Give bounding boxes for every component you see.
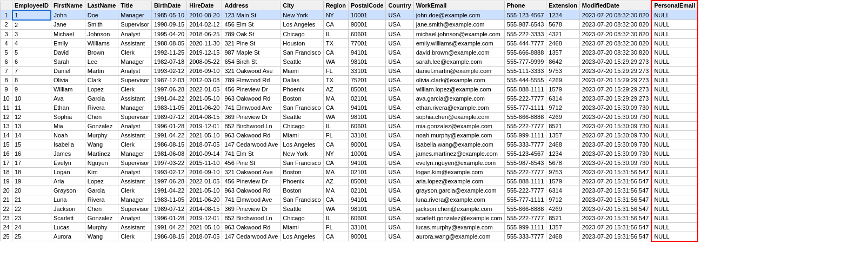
cell-HireDate: 2010-09-14 <box>187 149 222 158</box>
cell-Address: 456 Pineview Dr <box>222 84 281 94</box>
cell-PostalCode: 94101 <box>348 195 386 204</box>
cell-LastName: Garcia <box>85 94 118 103</box>
cell-BirthDate: 1987-12-03 <box>151 75 186 84</box>
row-number: 25 <box>1 232 12 241</box>
cell-City: Boston <box>281 186 323 195</box>
cell-EmployeeID: 6 <box>12 57 51 66</box>
cell-Address: 789 Elmwood Rd <box>222 75 281 84</box>
cell-WorkEmail: jackson.chen@example.com <box>413 204 504 213</box>
row-number: 1 <box>1 10 12 20</box>
cell-Country: USA <box>386 121 413 130</box>
row-number: 24 <box>1 222 12 232</box>
cell-PostalCode: 98101 <box>348 204 386 213</box>
cell-Extension: 5678 <box>546 158 580 167</box>
cell-Extension: 1357 <box>546 130 580 140</box>
cell-Country: USA <box>386 232 413 241</box>
cell-Region: WA <box>323 204 348 213</box>
cell-HireDate: 2018-06-25 <box>187 29 222 38</box>
cell-PostalCode: 85001 <box>348 176 386 186</box>
cell-HireDate: 2022-01-05 <box>187 84 222 94</box>
cell-Country: USA <box>386 140 413 149</box>
cell-ModifiedDate: 2023-07-20 08:32:30.820 <box>579 20 651 30</box>
cell-Extension: 9753 <box>546 167 580 176</box>
cell-WorkEmail: isabella.wang@example.com <box>413 140 504 149</box>
cell-WorkEmail: daniel.martin@example.com <box>413 66 504 75</box>
cell-ModifiedDate: 2023-07-20 15:29:29.273 <box>579 66 651 75</box>
cell-FirstName: Ava <box>51 94 85 103</box>
cell-Address: 456 Elm St <box>222 20 281 30</box>
cell-Extension: 1234 <box>546 149 580 158</box>
row-number: 4 <box>1 38 12 48</box>
cell-BirthDate: 1988-08-05 <box>151 38 186 48</box>
cell-Extension: 6314 <box>546 94 580 103</box>
col-header-EmployeeID: EmployeeID <box>12 1 51 10</box>
cell-HireDate: 2018-07-05 <box>187 140 222 149</box>
row-number: 15 <box>1 140 12 149</box>
cell-PersonalEmail: NULL <box>651 75 698 84</box>
cell-LastName: Murphy <box>85 222 118 232</box>
cell-Extension: 2468 <box>546 140 580 149</box>
cell-PersonalEmail: NULL <box>651 57 698 66</box>
cell-Region: MA <box>323 186 348 195</box>
cell-BirthDate: 1997-03-22 <box>151 158 186 167</box>
cell-Country: USA <box>386 176 413 186</box>
cell-Phone: 555-987-6543 <box>504 20 546 30</box>
cell-FirstName: Ethan <box>51 103 85 112</box>
cell-Region: NY <box>323 10 348 20</box>
cell-Address: 963 Oakwood Rd <box>222 186 281 195</box>
row-number: 13 <box>1 121 12 130</box>
cell-BirthDate: 1993-02-12 <box>151 66 186 75</box>
cell-Title: Assistant <box>118 38 152 48</box>
cell-PostalCode: 60601 <box>348 213 386 222</box>
cell-Title: Clerk <box>118 140 152 149</box>
cell-BirthDate: 1997-06-28 <box>151 84 186 94</box>
table-row: 1616JamesMartinezManager1981-06-082010-0… <box>1 149 698 158</box>
table-row: 77DanielMartinAnalyst1993-02-122016-09-1… <box>1 66 698 75</box>
cell-ModifiedDate: 2023-07-20 15:31:56.547 <box>579 204 651 213</box>
cell-FirstName: Mia <box>51 121 85 130</box>
cell-City: Phoenix <box>281 176 323 186</box>
cell-City: Chicago <box>281 29 323 38</box>
cell-WorkEmail: james.martinez@example.com <box>413 149 504 158</box>
cell-City: San Francisco <box>281 195 323 204</box>
cell-Phone: 555-777-9999 <box>504 57 546 66</box>
cell-FirstName: Daniel <box>51 66 85 75</box>
table-row: 1010AvaGarciaAssistant1991-04-222021-05-… <box>1 94 698 103</box>
cell-LastName: Rivera <box>85 103 118 112</box>
cell-LastName: Nguyen <box>85 158 118 167</box>
cell-Phone: 555-777-1111 <box>504 195 546 204</box>
cell-FirstName: James <box>51 149 85 158</box>
cell-PersonalEmail: NULL <box>651 48 698 57</box>
cell-Phone: 555-888-1111 <box>504 84 546 94</box>
cell-PostalCode: 98101 <box>348 112 386 121</box>
cell-Region: IL <box>323 29 348 38</box>
cell-HireDate: 2015-11-10 <box>187 158 222 167</box>
cell-PersonalEmail: NULL <box>651 94 698 103</box>
cell-Address: 852 Birchwood Ln <box>222 121 281 130</box>
col-header-Region: Region <box>323 1 348 10</box>
cell-WorkEmail: ava.garcia@example.com <box>413 94 504 103</box>
cell-Country: USA <box>386 195 413 204</box>
cell-Extension: 4269 <box>546 75 580 84</box>
cell-PostalCode: 94101 <box>348 158 386 167</box>
cell-EmployeeID: 11 <box>12 103 51 112</box>
row-number: 7 <box>1 66 12 75</box>
table-row: 1919AriaLopezAssistant1997-06-282022-01-… <box>1 176 698 186</box>
cell-LastName: Chen <box>85 112 118 121</box>
cell-ModifiedDate: 2023-07-20 15:30:09.730 <box>579 103 651 112</box>
cell-EmployeeID: 4 <box>12 38 51 48</box>
cell-LastName: Gonzalez <box>85 213 118 222</box>
cell-ModifiedDate: 2023-07-20 15:31:56.547 <box>579 176 651 186</box>
cell-WorkEmail: evelyn.nguyen@example.com <box>413 158 504 167</box>
cell-Country: USA <box>386 112 413 121</box>
cell-Address: 987 Maple St <box>222 48 281 57</box>
cell-City: Seattle <box>281 57 323 66</box>
cell-Title: Manager <box>118 57 152 66</box>
cell-City: Boston <box>281 167 323 176</box>
cell-ModifiedDate: 2023-07-20 15:30:09.730 <box>579 130 651 140</box>
cell-Phone: 555-333-7777 <box>504 140 546 149</box>
cell-FirstName: Olivia <box>51 75 85 84</box>
cell-City: Los Angeles <box>281 232 323 241</box>
cell-PersonalEmail: NULL <box>651 204 698 213</box>
cell-FirstName: Isabella <box>51 140 85 149</box>
